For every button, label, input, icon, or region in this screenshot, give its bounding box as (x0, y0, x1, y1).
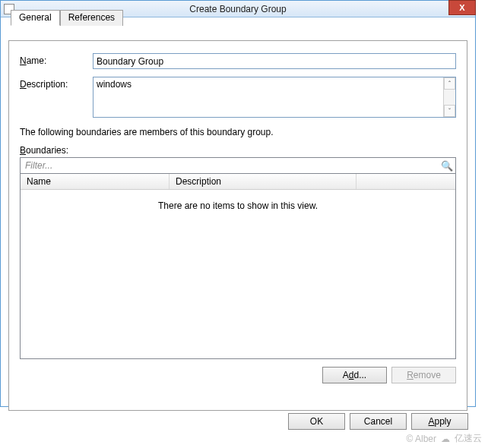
tab-panel-general: Name: Description: windows ˆ ˇ (8, 40, 467, 411)
filter-row: 🔍 (20, 157, 456, 174)
col-name[interactable]: Name (21, 174, 170, 189)
cancel-button[interactable]: Cancel (350, 413, 407, 430)
name-label: Name: (20, 53, 93, 66)
watermark: © Alber ☁ 亿速云 (406, 432, 482, 445)
empty-message: There are no items to show in this view. (21, 190, 455, 211)
description-wrap: windows ˆ ˇ (93, 77, 456, 118)
scrollbar-vertical[interactable]: ˆ ˇ (443, 77, 455, 117)
remove-button: Remove (391, 367, 456, 383)
apply-button[interactable]: Apply (411, 413, 468, 430)
scroll-up-icon[interactable]: ˆ (444, 77, 455, 90)
tab-general[interactable]: General (11, 10, 60, 26)
tab-references[interactable]: References (60, 10, 123, 26)
tabstrip: General References (11, 10, 123, 26)
filter-input[interactable] (21, 159, 439, 172)
watermark-right: 亿速云 (455, 432, 482, 445)
search-icon[interactable]: 🔍 (439, 160, 455, 172)
watermark-left: © Alber (406, 434, 436, 444)
list-header: Name Description (21, 174, 455, 190)
cloud-icon: ☁ (441, 434, 450, 444)
boundary-buttons: Add... Remove (20, 367, 456, 383)
boundaries-label: Boundaries: (20, 145, 456, 156)
close-icon: X (459, 3, 464, 12)
close-button[interactable]: X (448, 0, 476, 15)
col-description[interactable]: Description (170, 174, 356, 189)
name-input[interactable] (93, 53, 456, 69)
ok-button[interactable]: OK (288, 413, 345, 430)
description-label: Description: (20, 77, 93, 90)
description-input[interactable]: windows (93, 77, 443, 117)
scroll-down-icon[interactable]: ˇ (444, 105, 455, 117)
boundaries-listview[interactable]: Name Description There are no items to s… (20, 174, 456, 359)
add-button[interactable]: Add... (322, 367, 387, 383)
col-spare (356, 174, 455, 189)
hint-text: The following boundaries are members of … (20, 127, 456, 137)
content-area: General References Name: Description: wi… (1, 17, 475, 415)
dialog-window: Create Boundary Group X General Referenc… (0, 0, 476, 407)
